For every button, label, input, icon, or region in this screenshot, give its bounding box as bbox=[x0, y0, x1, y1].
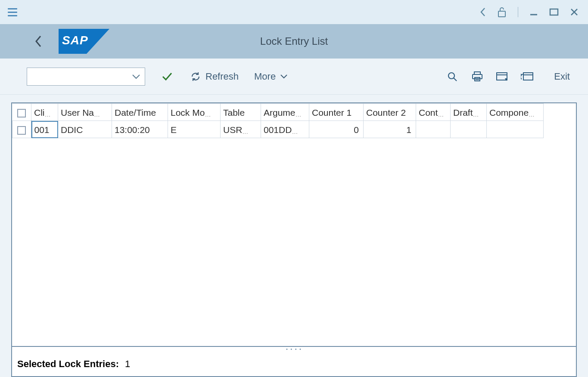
lock-open-icon[interactable] bbox=[497, 6, 507, 18]
cell-draft[interactable] bbox=[451, 121, 487, 138]
window-titlebar bbox=[0, 0, 588, 24]
cell-client[interactable]: 001 bbox=[31, 121, 58, 138]
sap-logo: SAP bbox=[59, 29, 109, 54]
col-component[interactable]: Compone… bbox=[487, 104, 544, 121]
menu-icon[interactable] bbox=[8, 8, 17, 16]
cell-context[interactable] bbox=[416, 121, 451, 138]
print-button[interactable] bbox=[470, 71, 485, 82]
cell-argument[interactable]: 001DD… bbox=[261, 121, 309, 138]
new-window-icon bbox=[496, 71, 509, 82]
chevron-down-icon bbox=[132, 74, 140, 79]
splitter-handle[interactable]: • • • • bbox=[11, 347, 577, 352]
row-checkbox[interactable] bbox=[17, 126, 26, 135]
col-user[interactable]: User Na… bbox=[58, 104, 112, 121]
cell-counter1[interactable]: 0 bbox=[309, 121, 364, 138]
close-session-button[interactable] bbox=[520, 71, 535, 82]
col-client[interactable]: Cli… bbox=[31, 104, 58, 121]
new-session-button[interactable] bbox=[495, 71, 510, 82]
minimize-icon[interactable] bbox=[529, 8, 538, 16]
col-argument[interactable]: Argume… bbox=[261, 104, 309, 121]
col-lockmode[interactable]: Lock Mo… bbox=[168, 104, 221, 121]
check-icon bbox=[162, 72, 173, 81]
back-button[interactable] bbox=[34, 35, 42, 48]
refresh-label: Refresh bbox=[205, 71, 239, 82]
titlebar-divider bbox=[518, 7, 518, 17]
refresh-icon bbox=[190, 71, 201, 82]
cell-counter2[interactable]: 1 bbox=[364, 121, 416, 138]
chevron-left-icon[interactable] bbox=[480, 7, 486, 17]
cell-user[interactable]: DDIC bbox=[58, 121, 112, 138]
refresh-button[interactable]: Refresh bbox=[190, 71, 239, 82]
close-icon[interactable] bbox=[570, 8, 579, 16]
status-label: Selected Lock Entries: bbox=[17, 358, 119, 370]
table-header-row: Cli… User Na… Date/Time Lock Mo… Table A… bbox=[12, 104, 576, 121]
select-all-checkbox[interactable] bbox=[17, 109, 26, 117]
maximize-icon[interactable] bbox=[549, 8, 559, 16]
chevron-down-icon bbox=[280, 74, 288, 79]
search-icon bbox=[447, 71, 458, 82]
col-datetime[interactable]: Date/Time bbox=[112, 104, 168, 121]
svg-point-5 bbox=[448, 73, 454, 79]
col-context[interactable]: Cont… bbox=[416, 104, 451, 121]
status-panel: Selected Lock Entries: 1 bbox=[11, 352, 577, 377]
lock-table: Cli… User Na… Date/Time Lock Mo… Table A… bbox=[11, 102, 577, 347]
search-button[interactable] bbox=[445, 71, 460, 82]
cell-datetime[interactable]: 13:00:20 bbox=[112, 121, 168, 138]
cell-table[interactable]: USR… bbox=[221, 121, 261, 138]
more-label: More bbox=[254, 71, 276, 82]
svg-line-6 bbox=[454, 78, 457, 81]
content-area: Cli… User Na… Date/Time Lock Mo… Table A… bbox=[0, 95, 588, 377]
exit-button[interactable]: Exit bbox=[554, 71, 570, 82]
col-counter1[interactable]: Counter 1 bbox=[309, 104, 364, 121]
status-value: 1 bbox=[125, 358, 130, 370]
accept-button[interactable] bbox=[162, 72, 173, 81]
sap-logo-text: SAP bbox=[62, 34, 88, 47]
col-counter2[interactable]: Counter 2 bbox=[364, 104, 416, 121]
cell-lockmode[interactable]: E bbox=[168, 121, 221, 138]
close-window-icon bbox=[521, 71, 534, 82]
more-button[interactable]: More bbox=[254, 71, 288, 82]
command-field[interactable] bbox=[27, 68, 145, 86]
print-icon bbox=[471, 71, 483, 82]
svg-rect-0 bbox=[498, 11, 505, 17]
col-draft[interactable]: Draft… bbox=[451, 104, 487, 121]
cell-component[interactable] bbox=[487, 121, 544, 138]
svg-rect-15 bbox=[523, 73, 533, 80]
svg-rect-8 bbox=[473, 74, 482, 79]
col-table[interactable]: Table bbox=[221, 104, 261, 121]
table-row[interactable]: 001 DDIC 13:00:20 E USR… 001DD… 0 1 bbox=[12, 121, 576, 138]
app-toolbar: Refresh More Exit bbox=[0, 59, 588, 95]
svg-rect-2 bbox=[550, 9, 558, 15]
header-bar: SAP Lock Entry List bbox=[0, 24, 588, 59]
